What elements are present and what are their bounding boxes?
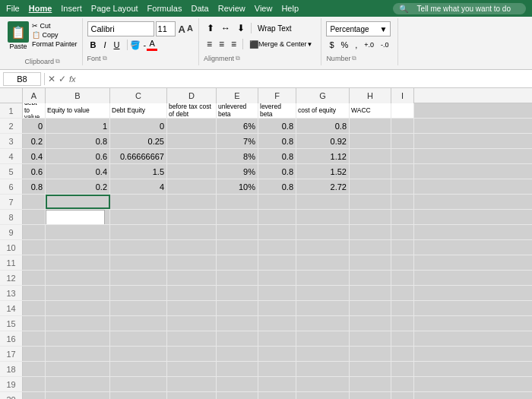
- cell[interactable]: [391, 316, 414, 331]
- cell[interactable]: [391, 255, 414, 270]
- cell[interactable]: [350, 210, 391, 224]
- cell[interactable]: [296, 195, 350, 209]
- cell[interactable]: [350, 195, 391, 209]
- cell[interactable]: [110, 271, 167, 285]
- cell[interactable]: Equity to value: [46, 103, 110, 118]
- menu-formulas[interactable]: Formulas: [147, 4, 182, 13]
- cell[interactable]: [296, 331, 350, 346]
- clipboard-launcher[interactable]: ⧉: [55, 58, 60, 65]
- cell[interactable]: [167, 362, 217, 376]
- cell[interactable]: [23, 286, 46, 300]
- cell[interactable]: [217, 316, 258, 331]
- cell[interactable]: [350, 179, 391, 194]
- cell[interactable]: WACC: [350, 103, 391, 118]
- cell[interactable]: [110, 286, 167, 300]
- cell[interactable]: [258, 225, 296, 239]
- cell[interactable]: [391, 195, 414, 209]
- fill-color-button[interactable]: 🪣: [130, 41, 141, 49]
- cell[interactable]: [110, 195, 167, 209]
- cell[interactable]: [23, 255, 46, 270]
- cell[interactable]: [167, 195, 217, 209]
- cell[interactable]: 0.25: [110, 134, 167, 148]
- cell[interactable]: [167, 286, 217, 300]
- cell[interactable]: 2.72: [296, 179, 350, 194]
- cell[interactable]: [217, 347, 258, 361]
- cell[interactable]: [110, 255, 167, 270]
- cell[interactable]: [46, 347, 110, 361]
- menu-page-layout[interactable]: Page Layout: [91, 4, 138, 13]
- cell[interactable]: [110, 347, 167, 361]
- cell-reference-input[interactable]: [3, 72, 41, 86]
- cell[interactable]: [167, 240, 217, 255]
- merge-center-button[interactable]: ⬛ Merge & Center ▼: [245, 39, 316, 50]
- percent-button[interactable]: %: [338, 39, 352, 51]
- cell[interactable]: cost of equity: [296, 103, 350, 118]
- cell[interactable]: [391, 377, 414, 391]
- cell[interactable]: [167, 119, 217, 133]
- cell[interactable]: 0.8: [258, 164, 296, 179]
- cell[interactable]: [391, 331, 414, 346]
- cell[interactable]: 0.8: [258, 134, 296, 148]
- cell[interactable]: [23, 271, 46, 285]
- menu-data[interactable]: Data: [191, 4, 208, 13]
- cell[interactable]: 0.66666667: [110, 149, 167, 163]
- dollar-button[interactable]: $: [326, 39, 337, 51]
- cell[interactable]: 0.8: [258, 179, 296, 194]
- font-launcher[interactable]: ⧉: [103, 55, 107, 62]
- cell[interactable]: [350, 377, 391, 391]
- menu-view[interactable]: View: [255, 4, 273, 13]
- cell[interactable]: 10%: [217, 179, 258, 194]
- cell[interactable]: [167, 331, 217, 346]
- cell[interactable]: [23, 392, 46, 399]
- cell[interactable]: [46, 195, 110, 209]
- cell[interactable]: [391, 179, 414, 194]
- cell[interactable]: [258, 331, 296, 346]
- cell[interactable]: [217, 195, 258, 209]
- cell[interactable]: [391, 286, 414, 300]
- decrease-font-size-button[interactable]: A: [187, 24, 193, 35]
- cut-button[interactable]: ✂ Cut: [32, 21, 78, 30]
- cell[interactable]: [110, 225, 167, 239]
- cell[interactable]: [391, 119, 414, 133]
- cell[interactable]: [391, 271, 414, 285]
- menu-insert[interactable]: Insert: [61, 4, 82, 13]
- number-launcher[interactable]: ⧉: [352, 55, 356, 62]
- cell[interactable]: [391, 347, 414, 361]
- cell[interactable]: 0.8: [258, 149, 296, 163]
- cell[interactable]: [46, 225, 110, 239]
- paste-button[interactable]: 📋 Paste: [8, 21, 29, 50]
- cell[interactable]: [350, 149, 391, 163]
- cell[interactable]: [350, 225, 391, 239]
- cell[interactable]: [350, 286, 391, 300]
- menu-review[interactable]: Review: [218, 4, 245, 13]
- cell[interactable]: [110, 392, 167, 399]
- cell[interactable]: [46, 255, 110, 270]
- cell[interactable]: [23, 240, 46, 255]
- chart-object[interactable]: ✛: [46, 210, 105, 224]
- cell[interactable]: levered beta: [258, 103, 296, 118]
- cell[interactable]: [167, 164, 217, 179]
- cell[interactable]: [350, 134, 391, 148]
- cell[interactable]: Debt Equity: [110, 103, 167, 118]
- italic-button[interactable]: I: [100, 39, 109, 51]
- cell[interactable]: [350, 301, 391, 315]
- cell[interactable]: [23, 347, 46, 361]
- cell[interactable]: [217, 362, 258, 376]
- cell[interactable]: [296, 301, 350, 315]
- cell[interactable]: 4: [110, 179, 167, 194]
- cell[interactable]: [110, 331, 167, 346]
- cell[interactable]: [46, 362, 110, 376]
- cell[interactable]: [23, 301, 46, 315]
- cell[interactable]: [217, 331, 258, 346]
- cell[interactable]: [391, 392, 414, 399]
- cell[interactable]: [217, 301, 258, 315]
- formula-input[interactable]: [79, 74, 529, 84]
- cell[interactable]: [350, 392, 391, 399]
- cell[interactable]: 0.2: [23, 134, 46, 148]
- cell[interactable]: [350, 271, 391, 285]
- cell[interactable]: [46, 271, 110, 285]
- cell[interactable]: [217, 255, 258, 270]
- cell[interactable]: [391, 362, 414, 376]
- cell[interactable]: [167, 225, 217, 239]
- cell[interactable]: [46, 331, 110, 346]
